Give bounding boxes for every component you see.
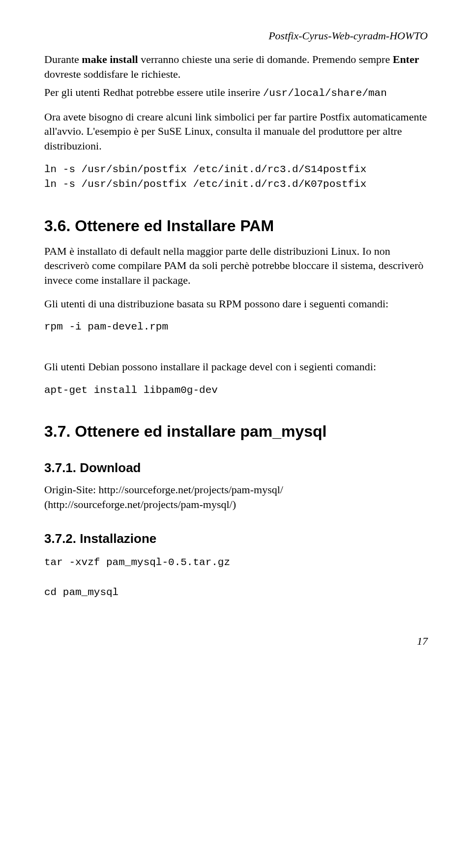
intro-para-2: Per gli utenti Redhat potrebbe essere ut… bbox=[44, 85, 428, 100]
code-block-ln: ln -s /usr/sbin/postfix /etc/init.d/rc3.… bbox=[44, 162, 428, 192]
intro-para-1: Durante make install verranno chieste un… bbox=[44, 52, 428, 81]
text: dovreste soddisfare le richieste. bbox=[44, 68, 180, 80]
text: Durante bbox=[44, 53, 82, 65]
path-mono: /usr/local/share/man bbox=[263, 88, 387, 99]
s371-origin-site: Origin-Site: http://sourceforge.net/proj… bbox=[44, 482, 428, 511]
code-block-aptget: apt-get install libpam0g-dev bbox=[44, 383, 428, 398]
s36-para-2: Gli utenti di una distribuzione basata s… bbox=[44, 297, 428, 311]
s36-para-1: PAM è installato di default nella maggio… bbox=[44, 244, 428, 288]
make-install-bold: make install bbox=[82, 53, 138, 65]
section-3-6-title: 3.6. Ottenere ed Installare PAM bbox=[44, 217, 428, 235]
intro-para-3: Ora avete bisogno di creare alcuni link … bbox=[44, 110, 428, 153]
running-header: Postfix-Cyrus-Web-cyradm-HOWTO bbox=[44, 30, 428, 42]
enter-bold: Enter bbox=[393, 53, 419, 65]
page: Postfix-Cyrus-Web-cyradm-HOWTO Durante m… bbox=[0, 0, 472, 672]
text: verranno chieste una serie di domande. P… bbox=[138, 53, 393, 65]
s36-para-3: Gli utenti Debian possono installare il … bbox=[44, 359, 428, 374]
section-3-7-2-title: 3.7.2. Installazione bbox=[44, 531, 428, 546]
code-block-tar: tar -xvzf pam_mysql-0.5.tar.gz cd pam_my… bbox=[44, 555, 428, 600]
section-3-7-title: 3.7. Ottenere ed installare pam_mysql bbox=[44, 422, 428, 441]
page-number: 17 bbox=[44, 635, 428, 648]
code-block-rpm: rpm -i pam-devel.rpm bbox=[44, 320, 428, 334]
text: Per gli utenti Redhat potrebbe essere ut… bbox=[44, 86, 263, 98]
section-3-7-1-title: 3.7.1. Download bbox=[44, 460, 428, 476]
